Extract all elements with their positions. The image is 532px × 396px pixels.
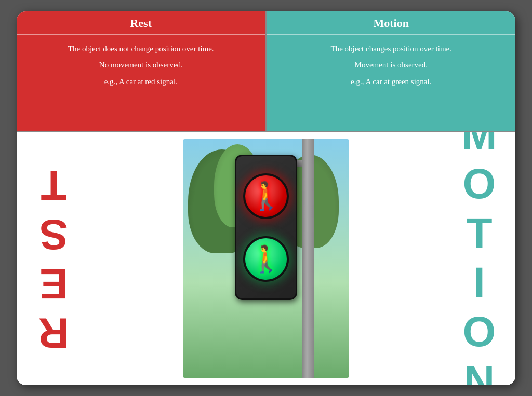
traffic-light-scene: 🚶 🚶 bbox=[183, 139, 349, 378]
rest-title: Rest bbox=[130, 17, 152, 30]
traffic-light-area: 🚶 🚶 bbox=[84, 132, 448, 385]
rest-line2: No movement is observed. bbox=[28, 59, 254, 72]
motion-line1: The object changes position over time. bbox=[278, 43, 504, 56]
motion-side-label-container: MOTION bbox=[448, 132, 515, 385]
motion-body: The object changes position over time. M… bbox=[267, 35, 516, 131]
rest-side-label-container: REST bbox=[17, 132, 84, 385]
rest-line3: e.g., A car at red signal. bbox=[28, 75, 254, 89]
motion-side-label: MOTION bbox=[458, 132, 500, 385]
rest-column: Rest The object does not change position… bbox=[17, 11, 265, 131]
traffic-light-box: 🚶 🚶 bbox=[235, 155, 297, 300]
motion-line2: Movement is observed. bbox=[278, 59, 504, 72]
top-comparison-row: Rest The object does not change position… bbox=[17, 11, 515, 131]
green-light: 🚶 bbox=[243, 236, 289, 282]
motion-title: Motion bbox=[374, 17, 409, 30]
motion-column: Motion The object changes position over … bbox=[265, 11, 516, 131]
main-card: Rest The object does not change position… bbox=[17, 11, 515, 385]
bottom-illustration-row: REST 🚶 bbox=[17, 132, 515, 385]
motion-line3: e.g., A car at green signal. bbox=[278, 75, 504, 89]
rest-line1: The object does not change position over… bbox=[28, 43, 254, 56]
motion-header: Motion bbox=[267, 11, 516, 34]
red-person-icon: 🚶 bbox=[249, 183, 283, 210]
green-person-icon: 🚶 bbox=[250, 246, 282, 272]
pole-vertical bbox=[302, 139, 314, 378]
rest-header: Rest bbox=[17, 11, 265, 34]
red-light: 🚶 bbox=[243, 173, 289, 219]
rest-side-label: REST bbox=[33, 160, 75, 357]
rest-body: The object does not change position over… bbox=[17, 35, 265, 131]
